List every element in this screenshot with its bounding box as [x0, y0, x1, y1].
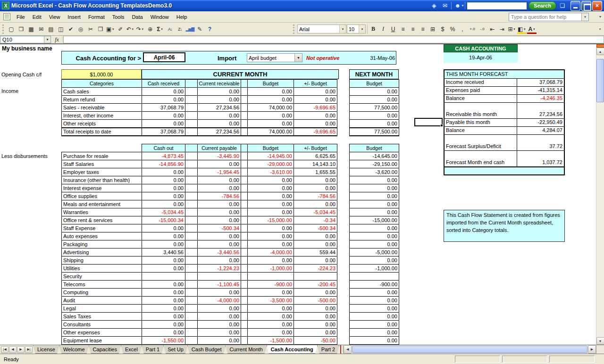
current-payable-cell[interactable]: 0.00 [198, 208, 241, 216]
current-payable-cell[interactable]: 0.00 [198, 289, 241, 297]
category-cell[interactable]: Interest expense [62, 184, 142, 192]
next-budget-cell[interactable]: 0.00 [350, 96, 399, 104]
gap-cell[interactable] [241, 297, 248, 305]
gap-cell[interactable] [185, 329, 198, 337]
category-cell[interactable]: Staff Expense [62, 224, 142, 232]
maximize-button[interactable] [581, 1, 591, 11]
category-cell[interactable]: Warranties [62, 208, 142, 216]
vs-budget-cell[interactable]: 0.00 [294, 240, 337, 248]
tab-welcome[interactable]: Welcome [59, 345, 89, 354]
col-header[interactable]: Cash received [142, 80, 185, 88]
next-budget-cell[interactable]: 0.00 [350, 224, 399, 232]
cash-out-cell[interactable]: -4,873.45 [142, 152, 185, 160]
budget-cell[interactable]: 0.00 [248, 184, 294, 192]
current-payable-cell[interactable]: -1,224.23 [198, 265, 241, 273]
gap-cell[interactable] [185, 104, 198, 112]
italic-icon[interactable]: I [378, 25, 388, 34]
budget-cell[interactable]: 0.00 [248, 88, 294, 96]
gap-cell[interactable] [185, 321, 198, 329]
gap-cell[interactable] [241, 104, 248, 112]
category-cell[interactable]: Office supplies [62, 192, 142, 200]
next-budget-cell[interactable]: 0.00 [350, 313, 399, 321]
gap-cell[interactable] [185, 337, 198, 345]
col-header[interactable]: Budget [350, 144, 399, 152]
forecast-title[interactable]: THIS MONTH FORECAST [445, 70, 564, 79]
gap-cell[interactable] [185, 281, 198, 289]
cash-out-cell[interactable]: -15,000.34 [142, 216, 185, 224]
vs-budget-cell[interactable]: 0.00 [294, 176, 337, 184]
gap-cell[interactable] [241, 184, 248, 192]
scroll-right-icon[interactable]: ▶ [588, 345, 596, 354]
next-budget-cell[interactable]: 0.00 [350, 184, 399, 192]
forecast-value[interactable]: 1,037.72 [517, 159, 564, 166]
gap-cell[interactable] [185, 232, 198, 240]
budget-cell[interactable]: 0.00 [248, 224, 294, 232]
category-cell[interactable]: Purchase for resale [62, 152, 142, 160]
current-payable-cell[interactable]: 0.00 [198, 305, 241, 313]
budget-cell[interactable]: -29,000.00 [248, 160, 294, 168]
cash-out-cell[interactable]: 0.00 [142, 289, 185, 297]
current-payable-cell[interactable]: 0.00 [198, 160, 241, 168]
cash-out-cell[interactable]: 0.00 [142, 184, 185, 192]
import-dropdown[interactable]: April budget ▼ [247, 53, 302, 62]
menu-item[interactable]: Insert [64, 12, 84, 22]
category-cell[interactable]: Total receipts to date [62, 128, 142, 136]
gap-cell[interactable] [241, 313, 248, 321]
tab-cash-budget[interactable]: Cash Budget [187, 345, 226, 354]
next-budget-cell[interactable]: -29,150.00 [350, 160, 399, 168]
vertical-scroll-track[interactable] [596, 55, 604, 337]
col-header[interactable]: Budget [248, 144, 294, 152]
gap-cell[interactable] [185, 297, 198, 305]
gap-cell[interactable] [185, 88, 198, 96]
forecast-label[interactable]: Payable this month [445, 119, 517, 126]
category-cell[interactable]: Employer taxes [62, 168, 142, 176]
scroll-up-icon[interactable]: ▲ [596, 48, 604, 55]
budget-cell[interactable]: 0.00 [248, 240, 294, 248]
next-budget-cell[interactable]: 0.00 [350, 176, 399, 184]
gap-cell[interactable] [185, 120, 198, 128]
category-cell[interactable]: Auto expenses [62, 232, 142, 240]
cash-received-cell[interactable]: 0.00 [142, 112, 185, 120]
forecast-value[interactable]: -41,315.14 [517, 87, 564, 94]
forecast-label[interactable] [445, 135, 517, 143]
vs-budget-cell[interactable]: 6,625.65 [294, 152, 337, 160]
current-payable-cell[interactable]: 0.00 [198, 176, 241, 184]
chevron-down-icon[interactable]: ▾ [44, 36, 50, 43]
category-cell[interactable]: Computing [62, 289, 142, 297]
increase-decimal-icon[interactable]: +.0 [468, 25, 477, 34]
gap-cell[interactable] [241, 168, 248, 176]
underline-icon[interactable]: U [388, 25, 398, 34]
vs-budget-cell[interactable]: 0.00 [294, 112, 337, 120]
align-center-icon[interactable]: ≡ [408, 25, 418, 34]
budget-cell[interactable] [248, 273, 294, 281]
category-cell[interactable]: Packaging [62, 240, 142, 248]
decrease-indent-icon[interactable]: ⇤ [487, 25, 497, 34]
current-month-header[interactable]: CURRENT MONTH [142, 69, 339, 79]
gap-cell[interactable] [241, 240, 248, 248]
category-cell[interactable]: Shipping [62, 256, 142, 265]
vs-budget-cell[interactable]: 0.00 [294, 256, 337, 265]
forecast-label[interactable]: Forecast Month end cash [445, 159, 517, 166]
help-icon[interactable]: ? [205, 25, 214, 34]
horizontal-scrollbar[interactable]: ◀ ▶ [343, 345, 596, 354]
gap-cell[interactable] [185, 216, 198, 224]
vs-budget-cell[interactable]: 0.00 [294, 305, 337, 313]
budget-cell[interactable]: -1,000.00 [248, 265, 294, 273]
budget-cell[interactable]: 0.00 [248, 192, 294, 200]
tab-capacities[interactable]: Capacities [89, 345, 121, 354]
close-button[interactable]: × [592, 1, 602, 11]
cash-out-cell[interactable]: -14,856.90 [142, 160, 185, 168]
budget-cell[interactable]: -15,000.00 [248, 216, 294, 224]
forecast-value[interactable] [517, 135, 564, 143]
gap-cell[interactable] [185, 313, 198, 321]
gap-cell[interactable] [185, 168, 198, 176]
current-payable-cell[interactable]: 0.00 [198, 216, 241, 224]
comma-icon[interactable]: , [458, 25, 467, 34]
category-cell[interactable]: Sales Taxes [62, 313, 142, 321]
current-payable-cell[interactable]: -1,100.45 [198, 281, 241, 289]
vs-budget-cell[interactable]: 0.00 [294, 96, 337, 104]
font-size-select[interactable]: 10 ▾ [347, 25, 366, 33]
next-budget-cell[interactable]: -1,000.00 [350, 265, 399, 273]
vs-budget-cell[interactable]: -50.00 [294, 337, 337, 345]
gap-cell[interactable] [185, 248, 198, 256]
